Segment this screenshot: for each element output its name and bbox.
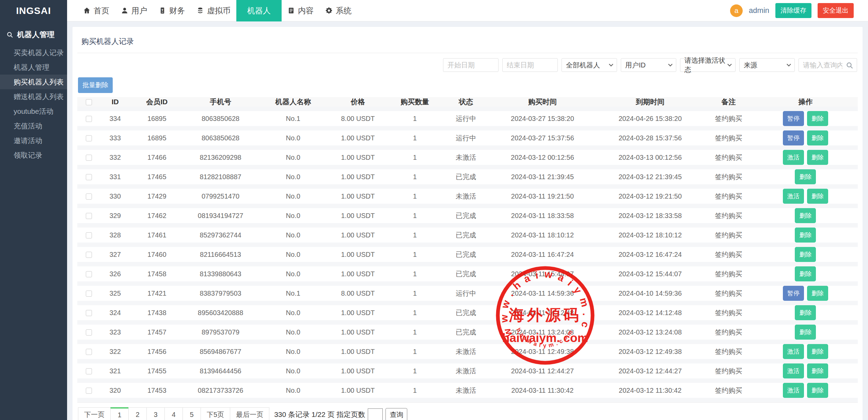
content-icon [287, 7, 295, 14]
delete-button[interactable]: 删除 [795, 228, 816, 243]
select-all-checkbox[interactable] [86, 99, 92, 105]
row-checkbox[interactable] [86, 310, 92, 316]
cell-buy_time: 2024-03-11 16:47:24 [489, 245, 596, 264]
activate-button[interactable]: 激活 [783, 363, 804, 378]
nav-item[interactable]: 机器人 [236, 0, 282, 21]
page-query-button[interactable]: 查询 [385, 408, 407, 420]
delete-button[interactable]: 删除 [807, 363, 828, 378]
row-checkbox[interactable] [86, 135, 92, 141]
cell-buy_time: 2024-03-11 19:21:50 [489, 187, 596, 206]
user-id-select[interactable]: 用户ID [621, 58, 676, 72]
cell-robot_name: No.1 [257, 284, 329, 303]
avatar: a [730, 4, 743, 17]
page-button[interactable]: 4 [164, 407, 183, 420]
row-checkbox[interactable] [86, 329, 92, 336]
cell-status: 已完成 [443, 303, 489, 323]
activation-status-select[interactable]: 请选择激活状态 [680, 58, 736, 72]
page-button[interactable]: 3 [146, 407, 165, 420]
cell-expire_time: 2024-03-12 12:49:38 [596, 342, 704, 361]
cell-remark: 签约购买 [704, 148, 753, 167]
cell-quantity: 1 [386, 323, 443, 342]
cell-member_id: 17455 [130, 361, 184, 381]
delete-button[interactable]: 删除 [795, 169, 816, 184]
row-checkbox[interactable] [86, 368, 92, 374]
row-checkbox[interactable] [86, 155, 92, 161]
page-button[interactable]: 下一页 [78, 407, 111, 420]
cell-remark: 签约购买 [704, 381, 753, 400]
sidebar-item[interactable]: 机器人管理 [0, 60, 67, 75]
cell-actions: 删除 [753, 225, 858, 245]
delete-button[interactable]: 删除 [807, 383, 828, 398]
delete-button[interactable]: 删除 [807, 111, 828, 126]
row-checkbox[interactable] [86, 174, 92, 180]
source-select[interactable]: 来源 [739, 58, 795, 72]
row-checkbox[interactable] [86, 232, 92, 238]
topbar: 首页用户¥财务虚拟币机器人内容系统 a admin 清除缓存 安全退出 [67, 0, 868, 21]
delete-button[interactable]: 删除 [807, 130, 828, 145]
row-checkbox[interactable] [86, 271, 92, 277]
cell-actions: 暂停删除 [753, 284, 858, 303]
row-checkbox[interactable] [86, 349, 92, 355]
cell-member_id: 17462 [130, 206, 184, 225]
cell-phone: 0799251470 [184, 187, 257, 206]
delete-button[interactable]: 删除 [807, 344, 828, 359]
sidebar-item[interactable]: 领取记录 [0, 148, 67, 162]
row-checkbox[interactable] [86, 213, 92, 219]
batch-delete-button[interactable]: 批量删除 [78, 77, 113, 93]
sidebar-item[interactable]: 买卖机器人记录 [0, 45, 67, 60]
search-icon[interactable] [846, 61, 854, 69]
page-button[interactable]: 最后一页 [230, 407, 269, 420]
sidebar-item[interactable]: 充值活动 [0, 119, 67, 133]
delete-button[interactable]: 删除 [795, 266, 816, 281]
delete-button[interactable]: 删除 [807, 150, 828, 165]
nav-item[interactable]: 首页 [77, 0, 115, 21]
row-checkbox[interactable] [86, 116, 92, 122]
nav-item[interactable]: 用户 [115, 0, 153, 21]
nav-item[interactable]: 内容 [282, 0, 319, 21]
nav-item[interactable]: 系统 [319, 0, 357, 21]
cell-quantity: 1 [386, 381, 443, 400]
pause-button[interactable]: 暂停 [783, 111, 804, 126]
activate-button[interactable]: 激活 [783, 344, 804, 359]
sidebar-item[interactable]: 赠送机器人列表 [0, 89, 67, 104]
delete-button[interactable]: 删除 [795, 305, 816, 320]
pause-button[interactable]: 暂停 [783, 286, 804, 301]
delete-button[interactable]: 删除 [795, 325, 816, 340]
row-checkbox[interactable] [86, 388, 92, 394]
end-date-input[interactable] [502, 58, 558, 72]
row-checkbox[interactable] [86, 193, 92, 200]
activate-button[interactable]: 激活 [783, 189, 804, 204]
robot-select[interactable]: 全部机器人 [562, 58, 617, 72]
page-number-input[interactable] [368, 408, 383, 420]
cell-id: 329 [101, 206, 130, 225]
table-row: 333168958063850628No.01.00 USDT1运行中2024-… [77, 128, 858, 148]
sidebar-item[interactable]: 购买机器人列表 [0, 75, 67, 89]
page-button[interactable]: 2 [128, 407, 147, 420]
nav-item-label: 系统 [336, 5, 351, 16]
sidebar-item[interactable]: youtube活动 [0, 104, 67, 119]
logout-button[interactable]: 安全退出 [818, 3, 854, 18]
page-button-active[interactable]: 1 [110, 407, 129, 420]
cell-remark: 签约购买 [704, 284, 753, 303]
page-button[interactable]: 下5页 [201, 407, 230, 420]
nav-item[interactable]: 虚拟币 [191, 0, 236, 21]
clear-cache-button[interactable]: 清除缓存 [775, 3, 811, 18]
cell-quantity: 1 [386, 225, 443, 245]
pause-button[interactable]: 暂停 [783, 130, 804, 145]
delete-button[interactable]: 删除 [807, 189, 828, 204]
cell-member_id: 17457 [130, 323, 184, 342]
page-button[interactable]: 5 [183, 407, 201, 420]
activate-button[interactable]: 激活 [783, 150, 804, 165]
cell-status: 未激活 [443, 361, 489, 381]
start-date-input[interactable] [443, 58, 499, 72]
cell-actions: 删除 [753, 245, 858, 264]
nav-item[interactable]: ¥财务 [153, 0, 191, 21]
cell-phone: 082173733726 [184, 381, 257, 400]
row-checkbox[interactable] [86, 252, 92, 258]
sidebar-item[interactable]: 邀请活动 [0, 133, 67, 148]
delete-button[interactable]: 删除 [795, 247, 816, 262]
activate-button[interactable]: 激活 [783, 383, 804, 398]
delete-button[interactable]: 删除 [807, 286, 828, 301]
row-checkbox[interactable] [86, 291, 92, 297]
delete-button[interactable]: 删除 [795, 208, 816, 223]
